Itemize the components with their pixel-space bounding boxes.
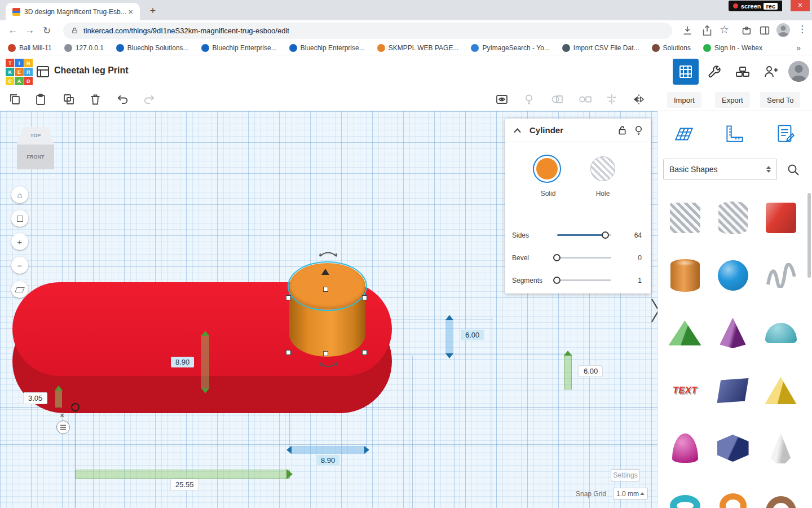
rotate-handle-bottom[interactable] <box>317 361 339 370</box>
download-icon[interactable] <box>681 24 694 37</box>
bookmark-item[interactable]: Bluechip Enterprise... <box>289 44 365 52</box>
back-icon[interactable]: ← <box>5 25 21 36</box>
rotate-handle-top[interactable] <box>317 249 339 258</box>
undo-icon[interactable] <box>116 93 131 107</box>
ungroup-icon[interactable] <box>578 93 593 107</box>
sidebar-scrollbar[interactable] <box>807 193 811 278</box>
shape-item-scribble[interactable] <box>757 247 805 304</box>
dimension-label-elevation[interactable]: 3.05 <box>23 392 47 404</box>
shape-search-button[interactable] <box>784 160 803 179</box>
shape-item-half-torus[interactable] <box>757 478 805 508</box>
viewcube-top-face[interactable]: TOP <box>17 127 54 144</box>
sides-slider-knob[interactable] <box>602 231 609 239</box>
segments-slider[interactable] <box>557 279 611 281</box>
shape-item-half-sphere[interactable] <box>757 305 805 361</box>
bookmarks-overflow-icon[interactable]: » <box>796 43 804 52</box>
new-tab-button[interactable]: + <box>145 4 160 19</box>
shape-item-roof[interactable] <box>661 305 709 361</box>
scale-handle-bottom[interactable] <box>323 351 328 356</box>
browser-menu-icon[interactable]: ⋮ <box>797 23 807 35</box>
bookmark-item[interactable]: 127.0.0.1 <box>64 44 104 52</box>
bookmark-item[interactable]: Solutions <box>652 44 691 52</box>
tab-close-icon[interactable]: × <box>126 7 135 16</box>
workplane-tool-icon[interactable] <box>670 120 698 148</box>
shape-item-box[interactable] <box>757 190 805 246</box>
snap-grid-dropdown[interactable]: 1.0 mm <box>613 488 648 500</box>
share-icon[interactable] <box>701 24 713 37</box>
bookmark-item[interactable]: Sign In - Webex <box>703 44 762 52</box>
screenrec-close-button[interactable]: × <box>791 0 810 11</box>
dimension-label-base-height[interactable]: 6.00 <box>579 365 603 377</box>
segments-slider-knob[interactable] <box>553 277 561 284</box>
forward-icon[interactable]: → <box>21 25 38 36</box>
zoom-out-button[interactable]: − <box>11 257 28 274</box>
light-bulb-icon[interactable] <box>634 125 643 135</box>
bookmark-item[interactable]: SKMPPL WEB PAGE... <box>377 44 459 52</box>
fit-view-button[interactable] <box>11 210 28 227</box>
hole-option[interactable] <box>590 156 615 181</box>
dimension-label-base-length[interactable]: 25.55 <box>170 479 199 491</box>
bookmark-item[interactable]: Ball Mill-11 <box>8 44 52 52</box>
zoom-in-button[interactable]: + <box>11 233 28 250</box>
redo-icon[interactable] <box>142 93 157 107</box>
dimension-label-base-width[interactable]: 8.90 <box>171 357 194 367</box>
export-button[interactable]: Export <box>715 92 750 108</box>
scale-handle-left[interactable] <box>286 295 291 300</box>
shape-category-dropdown[interactable]: Basic Shapes <box>663 159 777 180</box>
cylinder-shape-top[interactable] <box>289 263 365 309</box>
design-title[interactable]: Cheetah leg Print <box>54 65 129 76</box>
scale-handle-top[interactable] <box>323 287 328 292</box>
side-panel-icon[interactable] <box>758 24 771 37</box>
show-all-icon[interactable] <box>495 93 510 107</box>
url-bar[interactable]: tinkercad.com/things/9dI1neS32km-magnifi… <box>63 23 672 39</box>
delete-icon[interactable] <box>89 93 103 107</box>
ruler-options-button[interactable] <box>56 421 70 434</box>
browser-profile-avatar[interactable] <box>776 23 790 37</box>
tools-wrench-icon[interactable] <box>705 62 724 81</box>
dimension-label-cyl-height[interactable]: 6.00 <box>461 330 484 340</box>
shape-item-cone[interactable] <box>709 305 757 361</box>
shape-item-tube[interactable] <box>709 478 757 508</box>
group-icon[interactable] <box>550 93 565 107</box>
settings-button[interactable]: Settings <box>611 469 640 481</box>
copy-icon[interactable] <box>8 93 23 107</box>
bookmark-star-icon[interactable]: ☆ <box>720 23 729 36</box>
align-icon[interactable] <box>605 93 620 107</box>
browser-tab[interactable]: 3D design Magnificent Trug-Esb... × <box>6 3 140 20</box>
scale-handle-bottom-left[interactable] <box>286 350 291 355</box>
bevel-slider-knob[interactable] <box>553 254 561 261</box>
shape-item-paraboloid[interactable] <box>661 420 709 476</box>
shape-item-text[interactable]: TEXT <box>661 362 709 419</box>
notes-tool-icon[interactable] <box>771 120 800 148</box>
reload-icon[interactable]: ↻ <box>38 25 55 37</box>
blocks-icon[interactable] <box>733 62 752 81</box>
shape-item-sphere[interactable] <box>709 247 757 304</box>
dimension-arrow-cyl-width[interactable] <box>290 446 365 454</box>
light-bulb-icon[interactable] <box>522 93 537 107</box>
bevel-slider[interactable] <box>557 257 611 259</box>
viewcube-front-face[interactable]: FRONT <box>17 144 54 169</box>
dashboard-grid-button[interactable] <box>673 59 699 85</box>
dimension-arrow-cyl-height[interactable] <box>445 319 453 354</box>
design-properties-icon[interactable] <box>35 64 51 80</box>
dimension-arrow-base-width[interactable] <box>201 335 209 389</box>
solid-option[interactable] <box>533 155 561 183</box>
scale-handle-right[interactable] <box>362 295 367 300</box>
dimension-label-cyl-width[interactable]: 8.90 <box>316 455 339 466</box>
duplicate-icon[interactable] <box>62 93 77 107</box>
bookmark-item[interactable]: Import CSV File Dat... <box>562 44 639 52</box>
invite-person-icon[interactable] <box>761 62 780 81</box>
mirror-icon[interactable] <box>632 93 647 107</box>
bookmark-item[interactable]: PyImageSearch - Yo... <box>471 44 549 52</box>
tinkercad-logo[interactable]: T I N K E R C A D <box>6 59 33 85</box>
bookmark-item[interactable]: Bluechip Solutions... <box>116 44 189 52</box>
extensions-puzzle-icon[interactable] <box>740 24 753 37</box>
user-avatar[interactable] <box>788 61 809 82</box>
import-button[interactable]: Import <box>667 92 701 108</box>
dimension-arrow-base-height[interactable] <box>564 354 572 389</box>
dimension-arrow-elevation[interactable] <box>55 389 62 408</box>
ruler-tool-icon[interactable] <box>721 120 749 148</box>
shape-item-round-cone[interactable] <box>757 420 805 476</box>
collapse-chevron-up-icon[interactable] <box>513 128 522 133</box>
shape-item-box-hole[interactable] <box>661 190 709 246</box>
